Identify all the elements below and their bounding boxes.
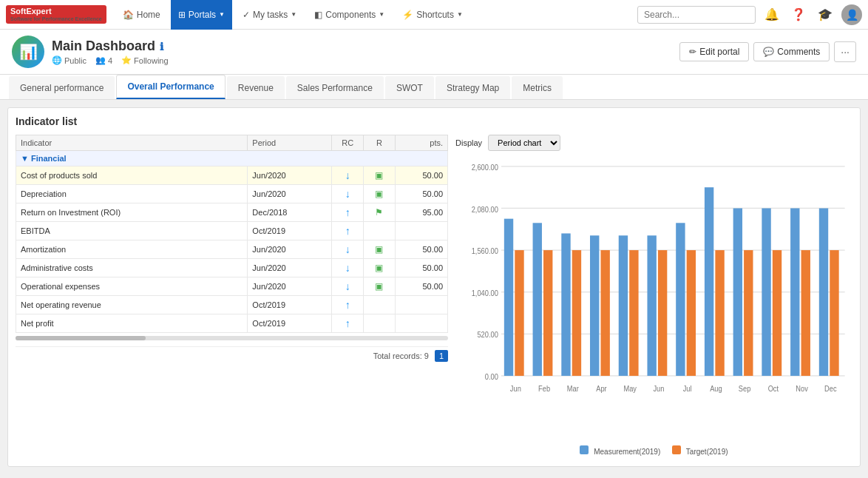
home-icon: 🏠 xyxy=(123,10,134,20)
edit-portal-button[interactable]: ✏ Edit portal xyxy=(679,42,749,61)
svg-rect-37 xyxy=(744,250,753,376)
svg-text:0.00: 0.00 xyxy=(485,372,498,381)
svg-rect-42 xyxy=(790,208,799,375)
dash-info: Main Dashboard ℹ 🌐 Public 👥 4 ⭐ Followin… xyxy=(52,38,169,65)
tab-general-performance[interactable]: General performance xyxy=(9,76,115,99)
svg-rect-16 xyxy=(543,250,552,376)
help-icon[interactable]: ❓ xyxy=(788,4,809,24)
table-row[interactable]: Amortization Jun/2020 ↓ ▣ 50.00 xyxy=(16,240,448,259)
page-button[interactable]: 1 xyxy=(435,350,448,362)
cap-icon[interactable]: 🎓 xyxy=(815,4,835,24)
dash-title-area: 📊 Main Dashboard ℹ 🌐 Public 👥 4 ⭐ Follow… xyxy=(12,36,169,68)
components-caret-icon: ▼ xyxy=(379,11,384,18)
table-row[interactable]: Cost of products sold Jun/2020 ↓ ▣ 50.00 xyxy=(16,166,448,185)
comments-button[interactable]: 💬 Comments xyxy=(753,42,830,61)
tab-revenue[interactable]: Revenue xyxy=(227,76,285,99)
dashboard-title: Main Dashboard ℹ xyxy=(52,38,169,54)
dashboard-icon: 📊 xyxy=(12,36,44,68)
target-legend-dot xyxy=(672,445,681,454)
tab-overall-performance[interactable]: Overall Performance xyxy=(116,75,225,99)
scroll-thumb[interactable] xyxy=(16,336,146,340)
indicator-rc: ↑ xyxy=(332,222,364,240)
indicator-rc: ↑ xyxy=(332,314,364,333)
col-pts: pts. xyxy=(395,135,447,151)
following-meta: ⭐ Following xyxy=(121,55,168,65)
dash-actions: ✏ Edit portal 💬 Comments ··· xyxy=(679,41,856,62)
bell-icon[interactable]: 🔔 xyxy=(762,4,782,24)
table-row[interactable]: Administrative costs Jun/2020 ↓ ▣ 50.00 xyxy=(16,259,448,277)
table-row[interactable]: Depreciation Jun/2020 ↓ ▣ 50.00 xyxy=(16,185,448,203)
svg-text:1,560.00: 1,560.00 xyxy=(472,246,498,255)
indicator-layout: Indicator Period RC R pts. ▼ Financial C… xyxy=(16,135,852,456)
svg-rect-27 xyxy=(647,235,656,376)
indicator-name: EBITDA xyxy=(16,222,248,240)
edit-icon: ✏ xyxy=(689,47,696,57)
svg-text:Nov: Nov xyxy=(796,384,808,393)
nav-components[interactable]: ◧ Components ▼ xyxy=(307,0,392,30)
svg-text:Feb: Feb xyxy=(538,384,550,393)
svg-rect-40 xyxy=(773,250,781,376)
svg-text:Sep: Sep xyxy=(739,384,751,393)
indicator-pts xyxy=(395,222,447,240)
indicator-period: Dec/2018 xyxy=(248,203,332,222)
indicator-name: Return on Investment (ROI) xyxy=(16,203,248,222)
table-row[interactable]: Net profit Oct/2019 ↑ xyxy=(16,314,448,333)
tab-sales-performance[interactable]: Sales Performance xyxy=(286,76,384,99)
tab-strategy-map[interactable]: Strategy Map xyxy=(435,76,510,99)
indicator-r: ▣ xyxy=(364,259,396,277)
svg-rect-13 xyxy=(515,250,523,376)
tasks-icon: ✓ xyxy=(243,10,250,20)
components-icon: ◧ xyxy=(314,10,322,20)
table-row[interactable]: EBITDA Oct/2019 ↑ xyxy=(16,222,448,240)
svg-text:2,600.00: 2,600.00 xyxy=(472,163,498,172)
chart-type-select[interactable]: Period chartBar chartLine chart xyxy=(488,135,560,151)
indicator-pts xyxy=(395,296,447,314)
svg-rect-30 xyxy=(676,223,685,376)
indicator-name: Net operating revenue xyxy=(16,296,248,314)
indicator-period: Oct/2019 xyxy=(248,222,332,240)
svg-rect-33 xyxy=(705,187,713,376)
nav-shortcuts[interactable]: ⚡ Shortcuts ▼ xyxy=(395,0,470,30)
avatar[interactable]: 👤 xyxy=(841,4,862,25)
tab-swot[interactable]: SWOT xyxy=(385,76,434,99)
svg-text:Dec: Dec xyxy=(824,384,837,393)
indicator-name: Net profit xyxy=(16,314,248,333)
logo-tagline: Software for Performance Excellence xyxy=(10,16,102,22)
logo: SoftExpert Software for Performance Exce… xyxy=(6,5,106,24)
indicator-rc: ↓ xyxy=(332,277,364,296)
indicator-rc: ↓ xyxy=(332,185,364,203)
indicator-panel: Indicator list Indicator Period RC R pts… xyxy=(7,107,861,467)
indicator-rc: ↑ xyxy=(332,203,364,222)
target-legend: Target(2019) xyxy=(672,445,728,456)
svg-rect-28 xyxy=(658,250,667,376)
scroll-track[interactable] xyxy=(16,336,448,340)
indicator-period: Jun/2020 xyxy=(248,185,332,203)
svg-rect-18 xyxy=(561,233,570,375)
indicator-r: ⚑ xyxy=(364,203,396,222)
logo-box: SoftExpert Software for Performance Exce… xyxy=(6,5,106,24)
search-input[interactable] xyxy=(637,6,756,24)
more-options-button[interactable]: ··· xyxy=(834,41,856,62)
indicator-rc: ↓ xyxy=(332,259,364,277)
indicator-rc: ↑ xyxy=(332,296,364,314)
nav-home[interactable]: 🏠 Home xyxy=(115,0,168,30)
table-row[interactable]: Operational expenses Jun/2020 ↓ ▣ 50.00 xyxy=(16,277,448,296)
tab-metrics[interactable]: Metrics xyxy=(512,76,563,99)
indicator-pts: 50.00 xyxy=(395,185,447,203)
col-period: Period xyxy=(248,135,332,151)
svg-text:520.00: 520.00 xyxy=(477,331,498,340)
table-row[interactable]: Return on Investment (ROI) Dec/2018 ↑ ⚑ … xyxy=(16,203,448,222)
tasks-caret-icon: ▼ xyxy=(291,11,296,18)
svg-rect-34 xyxy=(715,250,724,376)
table-row[interactable]: Net operating revenue Oct/2019 ↑ xyxy=(16,296,448,314)
indicator-pts: 50.00 xyxy=(395,240,447,259)
nav-my-tasks[interactable]: ✓ My tasks ▼ xyxy=(235,0,304,30)
public-icon: 🌐 xyxy=(52,55,62,65)
svg-rect-36 xyxy=(733,208,742,375)
svg-text:Jun: Jun xyxy=(510,384,521,393)
indicator-period: Oct/2019 xyxy=(248,314,332,333)
category-row: ▼ Financial xyxy=(16,151,448,166)
svg-text:Jul: Jul xyxy=(683,384,692,393)
total-records-label: Total records: 9 xyxy=(373,351,429,360)
nav-portals[interactable]: ⊞ Portals ▼ xyxy=(171,0,232,30)
